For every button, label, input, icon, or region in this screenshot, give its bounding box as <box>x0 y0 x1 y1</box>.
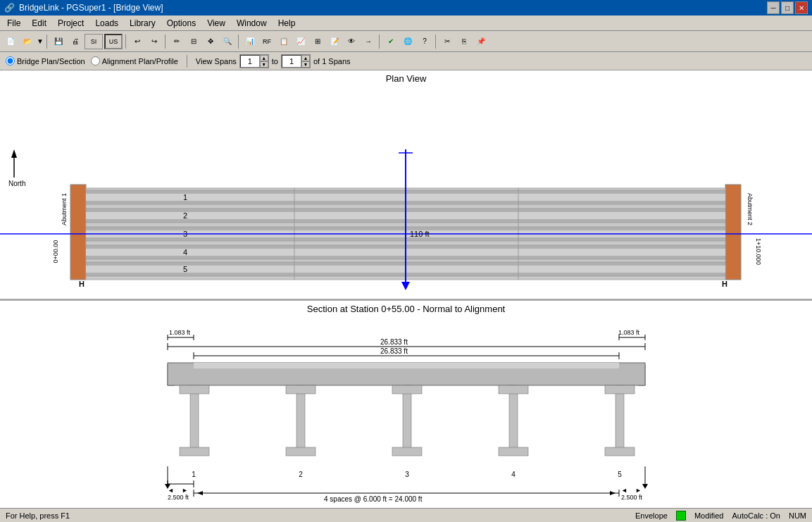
svg-text:1: 1 <box>183 193 187 201</box>
zoom-button[interactable]: 🔍 <box>220 34 235 49</box>
svg-rect-72 <box>605 447 635 456</box>
view-spans-control: View Spans ▲ ▼ to ▲ ▼ of 1 Spans <box>196 54 351 68</box>
open-dropdown[interactable]: ▼ <box>37 34 44 49</box>
notes-button[interactable]: 📝 <box>327 34 342 49</box>
toolbar: 📄 📂 ▼ 💾 🖨 SI US ↩ ↪ ✏ ⊟ ✥ 🔍 📊 RF 📋 📈 ⊞ 📝… <box>0 31 812 52</box>
menu-library[interactable]: Library <box>124 17 161 30</box>
print-button[interactable]: 🖨 <box>68 34 83 49</box>
new-button[interactable]: 📄 <box>3 34 18 49</box>
svg-rect-67 <box>499 385 528 394</box>
plan-panel: Plan View North H H Abutment 1 0+00.00 <box>0 70 812 300</box>
help-button2[interactable]: ? <box>417 34 432 49</box>
rf-button[interactable]: RF <box>259 34 275 49</box>
menu-edit[interactable]: Edit <box>26 17 52 30</box>
svg-text:1.083 ft: 1.083 ft <box>618 329 640 336</box>
undo-button[interactable]: ↩ <box>130 34 145 49</box>
span-to-up[interactable]: ▲ <box>301 55 310 61</box>
svg-rect-55 <box>180 385 209 394</box>
girder-1: 1 <box>180 385 209 478</box>
window-title: BridgeLink - PGSuper1 - [Bridge View] <box>19 3 163 13</box>
toolbar-sep1 <box>46 35 48 49</box>
view2-button[interactable]: 👁 <box>344 34 359 49</box>
svg-rect-5 <box>70 185 86 280</box>
plan-view-svg: North H H Abutment 1 0+00.00 Abutment 2 … <box>0 86 812 300</box>
svg-text:4 spaces @ 6.000 ft = 24.000 f: 4 spaces @ 6.000 ft = 24.000 ft <box>324 495 423 503</box>
span-from-up[interactable]: ▲ <box>260 55 268 61</box>
arrow-button[interactable]: → <box>361 34 376 49</box>
svg-text:0+00.00: 0+00.00 <box>52 240 59 263</box>
svg-text:1+10.000: 1+10.000 <box>755 238 762 265</box>
copy-button[interactable]: ⎘ <box>456 34 472 49</box>
titlebar-controls: ─ □ ✕ <box>767 1 808 14</box>
diagram-button[interactable]: ⊞ <box>310 34 325 49</box>
svg-text:3: 3 <box>405 471 409 478</box>
graph-button[interactable]: 📈 <box>293 34 308 49</box>
to-label: to <box>272 57 278 66</box>
edit-button[interactable]: ✏ <box>169 34 185 49</box>
menu-view[interactable]: View <box>201 17 231 30</box>
menu-file[interactable]: File <box>1 17 26 30</box>
svg-text:►: ► <box>182 487 188 494</box>
check-button[interactable]: ✔ <box>383 34 399 49</box>
statusbar: For Help, press F1 Envelope Modified Aut… <box>0 508 812 522</box>
alignment-radio[interactable]: Alignment Plan/Profile <box>91 56 178 66</box>
report-button[interactable]: 📊 <box>242 34 258 49</box>
cut-button[interactable]: ✂ <box>439 34 455 49</box>
globe-button[interactable]: 🌐 <box>400 34 416 49</box>
svg-rect-62 <box>403 385 411 449</box>
viewbar-sep <box>187 55 187 68</box>
bridge-plan-radio[interactable]: Bridge Plan/Section <box>6 56 85 66</box>
girder-5: 5 <box>605 385 635 478</box>
maximize-button[interactable]: □ <box>781 1 794 14</box>
span-from-down[interactable]: ▼ <box>260 61 268 68</box>
svg-text:26.833 ft: 26.833 ft <box>380 347 408 355</box>
menu-project[interactable]: Project <box>52 17 89 30</box>
redo-button[interactable]: ↪ <box>146 34 162 49</box>
of-spans-label: of 1 Spans <box>313 57 351 66</box>
minimize-button[interactable]: ─ <box>767 1 780 14</box>
svg-rect-6 <box>725 185 741 280</box>
viewbar: Bridge Plan/Section Alignment Plan/Profi… <box>0 52 812 70</box>
svg-marker-84 <box>197 491 203 495</box>
svg-text:5: 5 <box>618 471 622 478</box>
menu-loads[interactable]: Loads <box>89 17 124 30</box>
main-area: Plan View North H H Abutment 1 0+00.00 <box>0 70 812 508</box>
svg-rect-64 <box>392 447 422 456</box>
statusbar-right: Envelope Modified AutoCalc : On NUM <box>635 511 806 521</box>
svg-text:2: 2 <box>183 211 187 220</box>
si-button[interactable]: SI <box>85 34 103 49</box>
app-icon: 🔗 <box>4 3 15 13</box>
autocalc-label: AutoCalc : On <box>732 511 780 520</box>
svg-rect-53 <box>194 363 619 368</box>
girder-3: 3 <box>392 385 422 478</box>
open-button[interactable]: 📂 <box>20 34 35 49</box>
span-to-input[interactable] <box>282 55 301 68</box>
span-from-input[interactable] <box>240 55 260 68</box>
svg-rect-68 <box>499 447 528 456</box>
menubar: File Edit Project Loads Library Options … <box>0 15 812 31</box>
svg-rect-58 <box>296 385 305 449</box>
girder-4: 4 <box>499 385 528 478</box>
svg-marker-31 <box>401 282 410 290</box>
svg-rect-60 <box>286 447 316 456</box>
menu-help[interactable]: Help <box>273 17 301 30</box>
us-button[interactable]: US <box>104 34 123 49</box>
paste-button[interactable]: 📌 <box>473 34 489 49</box>
menu-window[interactable]: Window <box>231 17 273 30</box>
svg-marker-80 <box>642 484 648 489</box>
svg-rect-59 <box>286 385 316 394</box>
svg-text:2.500 ft: 2.500 ft <box>168 494 189 501</box>
move-button[interactable]: ✥ <box>203 34 218 49</box>
close-button[interactable]: ✕ <box>795 1 808 14</box>
envelope-label: Envelope <box>635 511 668 520</box>
table-button[interactable]: 📋 <box>276 34 292 49</box>
section-button[interactable]: ⊟ <box>186 34 201 49</box>
toolbar-sep4 <box>238 35 239 49</box>
svg-text:North: North <box>8 180 25 187</box>
save-button[interactable]: 💾 <box>51 34 66 49</box>
svg-text:2.500 ft: 2.500 ft <box>621 494 643 501</box>
menu-options[interactable]: Options <box>161 17 201 30</box>
svg-text:5: 5 <box>183 265 187 273</box>
status-indicator <box>676 511 686 521</box>
span-to-down[interactable]: ▼ <box>301 61 310 68</box>
